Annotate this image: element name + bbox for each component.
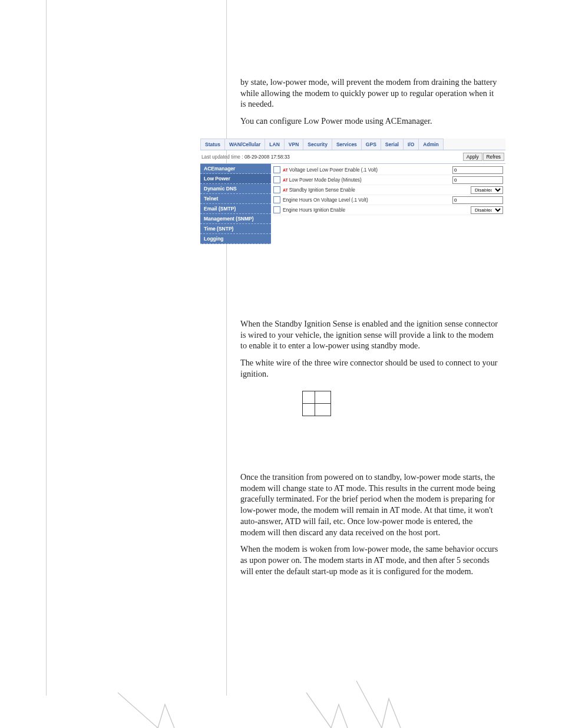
last-updated-time: 08-29-2008 17:58:33 — [244, 154, 290, 160]
tab-admin[interactable]: Admin — [418, 139, 443, 150]
setting-label: Low Power Mode Delay (Minutes) — [289, 177, 452, 183]
body-paragraph: When the Standby Ignition Sense is enabl… — [240, 318, 500, 351]
body-paragraph: You can configure Low Power mode using A… — [240, 116, 500, 127]
body-paragraph: When the modem is woken from low-power m… — [240, 543, 500, 577]
acemanager-panel: Status WAN/Cellular LAN VPN Security Ser… — [200, 139, 506, 244]
tab-wan-cellular[interactable]: WAN/Cellular — [224, 139, 265, 150]
vertical-rule-left — [46, 0, 47, 696]
checkbox-icon[interactable] — [273, 176, 280, 183]
setting-label: Standby Ignition Sense Enable — [289, 187, 471, 193]
ace-sidebar: ACEmanager Low Power Dynamic DNS Telnet … — [200, 164, 271, 244]
voltage-low-power-input[interactable] — [452, 166, 503, 174]
at-badge: AT — [283, 188, 288, 192]
ace-main: AT Voltage Level Low Power Enable (.1 Vo… — [271, 164, 505, 244]
setting-label: Engine Hours Ignition Enable — [283, 207, 471, 213]
tab-services[interactable]: Services — [332, 139, 362, 150]
sidebar-item-low-power[interactable]: Low Power — [200, 174, 271, 184]
sidebar-item-sntp[interactable]: Time (SNTP) — [200, 224, 271, 234]
setting-row: AT Voltage Level Low Power Enable (.1 Vo… — [273, 165, 503, 175]
setting-row: AT Low Power Mode Delay (Minutes) — [273, 175, 503, 185]
body-paragraph: Once the transition from powered on to s… — [240, 472, 500, 538]
ace-tab-bar: Status WAN/Cellular LAN VPN Security Ser… — [200, 139, 505, 150]
checkbox-icon[interactable] — [273, 196, 280, 203]
tab-status[interactable]: Status — [200, 139, 225, 150]
setting-label: Voltage Level Low Power Enable (.1 Volt) — [289, 167, 452, 173]
last-updated-label: Last updated time : — [201, 154, 243, 160]
tab-lan[interactable]: LAN — [265, 139, 284, 150]
engine-hours-ignition-select[interactable]: Disabled — [471, 206, 503, 214]
body-paragraph: by state, low-power mode, will prevent t… — [240, 77, 500, 110]
vertical-rule-content — [226, 0, 227, 696]
sidebar-item-dynamic-dns[interactable]: Dynamic DNS — [200, 184, 271, 194]
wave-decoration — [0, 645, 562, 728]
setting-row: Engine Hours Ignition Enable Disabled — [273, 205, 503, 215]
tab-serial[interactable]: Serial — [381, 139, 404, 150]
sidebar-item-snmp[interactable]: Management (SNMP) — [200, 214, 271, 224]
at-badge: AT — [283, 178, 288, 182]
checkbox-icon[interactable] — [273, 166, 280, 173]
sidebar-item-acemanager[interactable]: ACEmanager — [200, 164, 271, 174]
refresh-button[interactable]: Refres — [483, 153, 504, 161]
engine-hours-voltage-input[interactable] — [452, 196, 503, 204]
setting-row: Engine Hours On Voltage Level (.1 Volt) — [273, 195, 503, 205]
standby-ignition-select[interactable]: Disabled — [471, 186, 503, 194]
sidebar-item-telnet[interactable]: Telnet — [200, 194, 271, 204]
placeholder-table — [302, 391, 331, 416]
checkbox-icon[interactable] — [273, 186, 280, 193]
setting-row: AT Standby Ignition Sense Enable Disable… — [273, 185, 503, 195]
body-paragraph: The white wire of the three wire connect… — [240, 357, 500, 379]
at-badge: AT — [283, 168, 288, 172]
tab-io[interactable]: I/O — [403, 139, 419, 150]
low-power-delay-input[interactable] — [452, 176, 503, 184]
sidebar-item-logging[interactable]: Logging — [200, 234, 271, 244]
checkbox-icon[interactable] — [273, 206, 280, 213]
tab-vpn[interactable]: VPN — [284, 139, 303, 150]
sidebar-item-smtp[interactable]: Email (SMTP) — [200, 204, 271, 214]
setting-label: Engine Hours On Voltage Level (.1 Volt) — [283, 197, 452, 203]
tab-gps[interactable]: GPS — [361, 139, 381, 150]
apply-button[interactable]: Apply — [463, 153, 482, 161]
tab-security[interactable]: Security — [303, 139, 332, 150]
